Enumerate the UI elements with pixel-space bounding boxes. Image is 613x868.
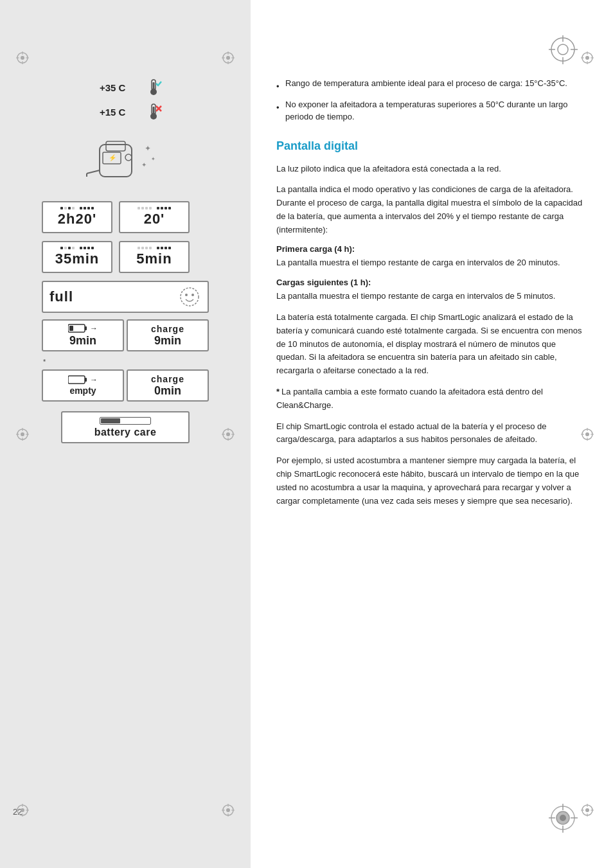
- svg-point-27: [150, 89, 157, 95]
- svg-text:⚡: ⚡: [109, 154, 117, 162]
- svg-point-88: [585, 56, 589, 60]
- svg-point-94: [585, 808, 589, 812]
- svg-line-37: [87, 170, 100, 173]
- svg-point-64: [21, 808, 24, 812]
- charge-9min-right: charge 9min: [127, 319, 209, 351]
- full-text: full: [49, 288, 73, 305]
- right-panel: • Rango de temperatura ambiente ideal pa…: [251, 0, 613, 868]
- svg-point-100: [585, 432, 589, 436]
- shaver-section: ⚡ ✦ ✦ ✦: [80, 138, 170, 185]
- charge-time-1: 9min: [154, 334, 181, 348]
- left-panel-mark-bl: [16, 804, 29, 817]
- charge-empty-left: → empty: [42, 369, 124, 402]
- paragraph-2: La pantalla indica el modo operativo y l…: [276, 183, 587, 236]
- charge-0min-display: → empty charge 0min: [42, 369, 209, 402]
- heading-primera-carga: Primera carga (4 h):: [276, 244, 587, 254]
- left-panel-mark-tr: [222, 51, 235, 64]
- svg-point-36: [125, 154, 132, 161]
- section-title: Pantalla digital: [276, 139, 587, 153]
- bullet-dot-1: •: [276, 80, 280, 93]
- time-display-4: 5min: [136, 251, 172, 267]
- left-panel-mark-mr: [222, 428, 235, 441]
- display-group-2: 35min 5min: [42, 241, 209, 273]
- time-display-1: 2h20': [58, 211, 96, 227]
- temp-value-1: +35 C: [100, 82, 138, 93]
- right-panel-mark-mr: [581, 428, 594, 441]
- shaver-diagram: ⚡ ✦ ✦ ✦: [80, 138, 170, 183]
- display-full: full: [42, 281, 209, 313]
- svg-point-44: [185, 294, 188, 296]
- temp-row-2: +15 C: [100, 102, 164, 122]
- battery-empty-icon: [68, 375, 87, 384]
- svg-point-43: [181, 288, 199, 306]
- charge-label-1: charge: [151, 324, 184, 334]
- charge-arrow-2: →: [90, 375, 98, 384]
- charge-label-2: charge: [151, 374, 184, 384]
- svg-text:✦: ✦: [141, 161, 147, 168]
- svg-point-70: [226, 808, 230, 812]
- para-primera-carga: La pantalla muestra el tiempo restante d…: [276, 256, 587, 270]
- temp-row-1: +35 C: [100, 77, 164, 98]
- display-35min: 35min: [42, 241, 112, 273]
- svg-rect-47: [85, 326, 87, 330]
- paragraph-5: Por ejemplo, si usted acostumbra a mante…: [276, 454, 587, 508]
- svg-point-76: [21, 432, 24, 436]
- right-panel-mark-br: [581, 804, 594, 817]
- paragraph-3: La batería está totalmente cargada. El c…: [276, 311, 587, 378]
- left-panel: +35 C +15 C: [0, 0, 251, 868]
- asterisk-note: La pantalla cambia a este formato cuando…: [276, 385, 587, 412]
- svg-rect-34: [106, 141, 125, 151]
- left-panel-mark-br: [222, 804, 235, 817]
- charge-0min-right: charge 0min: [127, 369, 209, 402]
- time-display-3: 35min: [55, 251, 100, 267]
- svg-point-58: [226, 56, 230, 60]
- svg-point-82: [226, 432, 230, 436]
- battery-care-bar: [100, 417, 151, 425]
- heading-cargas-siguientes: Cargas siguientes (1 h):: [276, 278, 587, 287]
- charge-9min-display: → 9min charge 9min: [42, 319, 209, 351]
- svg-text:✦: ✦: [151, 156, 155, 162]
- cleancharge-note: *: [42, 358, 209, 366]
- display-2h20: 2h20': [42, 201, 112, 233]
- temp-value-2: +15 C: [100, 107, 138, 118]
- thermometer-warn-icon: [143, 102, 164, 122]
- charge-9min-left: → 9min: [42, 319, 124, 351]
- bullet-text-2: No exponer la afeitadora a temperaturas …: [285, 98, 587, 123]
- charge-time-left-1: 9min: [69, 334, 96, 348]
- display-group-1: 2h20' 20': [42, 201, 209, 233]
- time-display-2: 20': [144, 211, 165, 227]
- charge-time-left-2: empty: [69, 385, 96, 396]
- svg-rect-50: [85, 378, 87, 382]
- para-cargas-siguientes: La pantalla muestra el tiempo restante d…: [276, 290, 587, 303]
- svg-rect-49: [68, 376, 85, 384]
- svg-point-30: [150, 113, 157, 120]
- bullet-text-1: Rango de temperatura ambiente ideal para…: [285, 77, 567, 90]
- right-panel-mark-tr: [581, 51, 594, 64]
- thermometer-section: +35 C +15 C: [100, 77, 164, 122]
- svg-rect-48: [69, 326, 73, 331]
- svg-point-45: [191, 294, 194, 296]
- battery-care-display: battery care: [61, 411, 190, 443]
- bullet-dot-2: •: [276, 102, 280, 114]
- bullet-item-2: • No exponer la afeitadora a temperatura…: [276, 98, 587, 123]
- battery-partial-icon: [68, 324, 87, 333]
- paragraph-1: La luz piloto indica que la afeitadora e…: [276, 163, 587, 176]
- bullet-list: • Rango de temperatura ambiente ideal pa…: [276, 77, 587, 123]
- smiley-icon: [179, 286, 201, 308]
- svg-text:✦: ✦: [145, 144, 151, 153]
- bullet-item-1: • Rango de temperatura ambiente ideal pa…: [276, 77, 587, 93]
- left-panel-mark-ml: [16, 428, 29, 441]
- left-panel-mark-tl: [16, 51, 29, 64]
- display-20min: 20': [119, 201, 190, 233]
- charge-time-2: 0min: [154, 384, 181, 398]
- svg-point-52: [21, 56, 24, 60]
- thermometer-ok-icon: [143, 77, 164, 98]
- paragraph-4: El chip SmartLogic controla el estado ac…: [276, 420, 587, 447]
- display-5min: 5min: [119, 241, 190, 273]
- charge-arrow-1: →: [90, 324, 98, 333]
- battery-care-text: battery care: [94, 427, 157, 438]
